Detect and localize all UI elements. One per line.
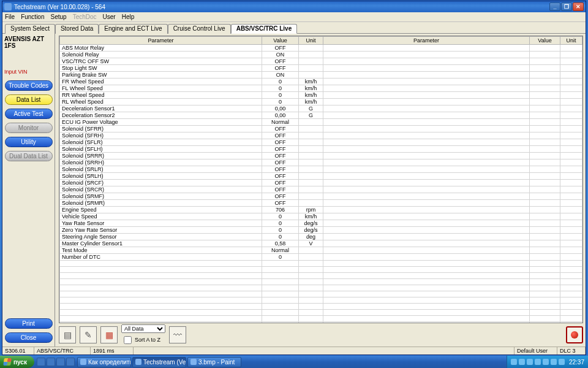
table-row[interactable]: Solenoid (SFRH)OFF (60, 132, 582, 139)
table-row[interactable]: FR Wheel Speed0km/h (60, 79, 582, 85)
tray-icon[interactable] (559, 359, 565, 365)
table-row[interactable] (60, 279, 582, 285)
ql-icon[interactable] (66, 358, 75, 366)
system-tray[interactable]: 22:37 (507, 356, 588, 368)
view-list-icon[interactable]: ▤ (59, 326, 76, 343)
cell-unit2 (560, 173, 582, 180)
table-row[interactable]: ECU IG Power VoltageNormal (60, 119, 582, 126)
line-chart-icon[interactable]: 〰 (169, 326, 186, 343)
table-row[interactable]: Solenoid (SRLH)OFF (60, 173, 582, 180)
table-row[interactable] (60, 297, 582, 304)
table-row[interactable]: Solenoid (SFLR)OFF (60, 139, 582, 146)
ql-icon[interactable] (56, 358, 65, 366)
table-row[interactable]: Solenoid (SFLH)OFF (60, 146, 582, 153)
tab-stored-data[interactable]: Stored Data (55, 24, 99, 34)
minimize-button[interactable]: _ (549, 2, 560, 11)
active-test-button[interactable]: Active Test (5, 109, 53, 119)
col-value-2[interactable]: Value (530, 37, 560, 45)
table-row[interactable]: Solenoid (SRRH)OFF (60, 159, 582, 166)
table-row[interactable] (60, 285, 582, 291)
title-bar[interactable]: Techstream (Ver 10.00.028) - 564 _ ❐ ✕ (2, 1, 586, 12)
table-row[interactable]: Solenoid (SRMF)OFF (60, 193, 582, 200)
menu-file[interactable]: File (5, 13, 15, 20)
table-row[interactable]: Deceleration Sensor10,00G (60, 105, 582, 112)
table-row[interactable] (60, 316, 582, 322)
col-unit[interactable]: Unit (299, 37, 323, 45)
table-row[interactable]: Yaw Rate Sensor0deg/s (60, 220, 582, 227)
tab-cruise-control-live[interactable]: Cruise Control Live (168, 24, 231, 34)
table-row[interactable]: Solenoid (SRLR)OFF (60, 166, 582, 173)
utility-button[interactable]: Utility (5, 137, 53, 147)
table-row[interactable]: Steering Angle Sensor0deg (60, 234, 582, 240)
trouble-codes-button[interactable]: Trouble Codes (5, 80, 53, 91)
tray-icon[interactable] (527, 359, 533, 365)
col-unit-2[interactable]: Unit (560, 37, 582, 45)
table-row[interactable]: Engine Speed706rpm (60, 207, 582, 213)
table-row[interactable]: VSC/TRC OFF SWOFF (60, 58, 582, 65)
tray-icon[interactable] (543, 359, 549, 365)
table-row[interactable]: RL Wheel Speed0km/h (60, 99, 582, 105)
cell-value2 (530, 186, 560, 193)
table-row[interactable]: Solenoid (SRMR)OFF (60, 200, 582, 207)
table-row[interactable] (60, 322, 582, 324)
view-graph-icon[interactable]: ✎ (80, 326, 97, 343)
table-row[interactable]: Zero Yaw Rate Sensor0deg/s (60, 227, 582, 234)
table-row[interactable]: Vehicle Speed0km/h (60, 213, 582, 220)
tab-system-select[interactable]: System Select (5, 24, 55, 34)
tab-engine-ect-live[interactable]: Engine and ECT Live (99, 24, 167, 34)
windows-taskbar[interactable]: пуск Как определить стр... Techstream (V… (0, 356, 588, 368)
menu-setup[interactable]: Setup (50, 13, 66, 20)
tab-abs-vsc-trc-live[interactable]: ABS/VSC/TRC Live (231, 24, 298, 34)
tray-icon[interactable] (551, 359, 557, 365)
filter-select[interactable]: All Data (121, 324, 165, 333)
cell-param: Deceleration Sensor2 (60, 112, 262, 119)
table-row[interactable]: Solenoid (SRRR)OFF (60, 153, 582, 159)
table-row[interactable] (60, 273, 582, 279)
tray-icon[interactable] (511, 359, 517, 365)
table-row[interactable]: Master Cylinder Sensor10,58V (60, 240, 582, 247)
table-row[interactable]: RR Wheel Speed0km/h (60, 92, 582, 99)
print-button[interactable]: Print (5, 318, 53, 329)
view-combined-icon[interactable]: ▦ (100, 326, 118, 343)
record-button[interactable] (566, 326, 583, 343)
menu-help[interactable]: Help (122, 13, 135, 20)
table-row[interactable]: Deceleration Sensor20,00G (60, 112, 582, 119)
sort-checkbox-label[interactable]: Sort A to Z (121, 334, 165, 346)
col-parameter-2[interactable]: Parameter (323, 37, 530, 45)
col-value[interactable]: Value (262, 37, 299, 45)
sort-checkbox[interactable] (124, 336, 132, 344)
data-grid[interactable]: Parameter Value Unit Parameter Value Uni… (59, 36, 583, 323)
table-row[interactable]: Parking Brake SWON (60, 72, 582, 79)
close-button[interactable]: ✕ (573, 2, 584, 11)
input-vin-link[interactable]: Input VIN (4, 69, 53, 75)
ql-icon[interactable] (47, 358, 55, 366)
table-row[interactable] (60, 291, 582, 297)
taskbar-button[interactable]: 3.bmp - Paint (187, 357, 241, 367)
table-row[interactable]: Solenoid (SRCF)OFF (60, 180, 582, 186)
ql-icon[interactable] (37, 358, 45, 366)
table-row[interactable]: Solenoid (SRCR)OFF (60, 186, 582, 193)
table-row[interactable]: ABS Motor RelayOFF (60, 45, 582, 52)
table-row[interactable] (60, 310, 582, 316)
table-row[interactable]: FL Wheel Speed0km/h (60, 85, 582, 92)
table-row[interactable]: Number of DTC0 (60, 254, 582, 261)
start-button[interactable]: пуск (0, 356, 34, 368)
table-row[interactable]: Solenoid (SFRR)OFF (60, 126, 582, 132)
menu-user[interactable]: User (103, 13, 116, 20)
maximize-button[interactable]: ❐ (561, 2, 572, 11)
table-row[interactable]: Test ModeNormal (60, 247, 582, 254)
table-row[interactable]: Solenoid RelayON (60, 52, 582, 58)
table-row[interactable] (60, 261, 582, 267)
taskbar-button[interactable]: Techstream (Ver 10.0... (132, 357, 186, 367)
table-row[interactable] (60, 304, 582, 310)
col-parameter[interactable]: Parameter (60, 37, 262, 45)
tray-icon[interactable] (535, 359, 541, 365)
tray-icon[interactable] (519, 359, 525, 365)
data-list-button[interactable]: Data List (5, 94, 53, 105)
close-view-button[interactable]: Close (5, 332, 53, 343)
clock[interactable]: 22:37 (569, 359, 584, 366)
table-row[interactable]: Stop Light SWOFF (60, 65, 582, 72)
menu-function[interactable]: Function (21, 13, 44, 20)
taskbar-button[interactable]: Как определить стр... (77, 357, 131, 367)
table-row[interactable] (60, 267, 582, 273)
